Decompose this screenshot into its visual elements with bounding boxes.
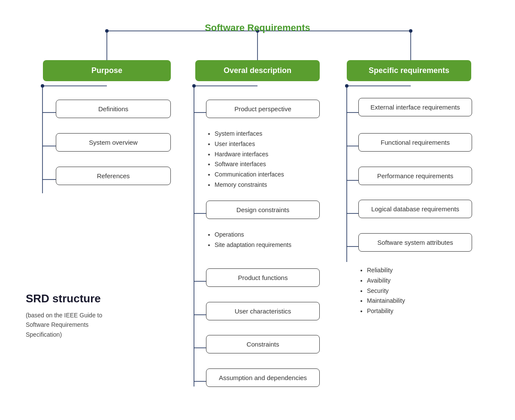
purpose-header: Purpose: [43, 60, 171, 81]
references-box: References: [56, 167, 171, 185]
product-functions-box: Product functions: [206, 268, 320, 287]
logical-database-box: Logical database requirements: [358, 200, 472, 218]
system-overview-box: System overview: [56, 133, 171, 152]
constraints-box: Constraints: [206, 335, 320, 353]
software-system-attributes-box: Software system attributes: [358, 233, 472, 252]
overall-description-header: Overal description: [195, 60, 320, 81]
performance-requirements-box: Performance requirements: [358, 167, 472, 185]
svg-point-28: [192, 84, 196, 88]
user-characteristics-box: User characteristics: [206, 302, 320, 320]
definitions-box: Definitions: [56, 100, 171, 118]
assumption-dependencies-box: Assumption and dependencies: [206, 368, 320, 387]
srd-title: SRD structure (based on the IEEE Guide t…: [26, 292, 112, 339]
svg-point-26: [409, 29, 412, 33]
design-constraints-bullets: Operations Site adaptation requirements: [206, 230, 291, 250]
root-label: Software Requirements: [205, 22, 310, 33]
software-system-attributes-bullets: Reliability Avaibility Security Maintain…: [358, 265, 405, 317]
functional-requirements-box: Functional requirements: [358, 133, 472, 152]
diagram-container: Software Requirements Purpose Definition…: [0, 0, 515, 420]
product-perspective-bullets: System interfaces User interfaces Hardwa…: [206, 129, 284, 190]
design-constraints-box: Design constraints: [206, 201, 320, 219]
specific-requirements-header: Specific requirements: [347, 60, 471, 81]
svg-point-29: [345, 84, 348, 88]
product-perspective-box: Product perspective: [206, 100, 320, 118]
svg-point-27: [41, 84, 44, 88]
external-interface-box: External interface requirements: [358, 98, 472, 116]
root-title: Software Requirements: [185, 22, 330, 33]
svg-point-24: [105, 29, 109, 33]
